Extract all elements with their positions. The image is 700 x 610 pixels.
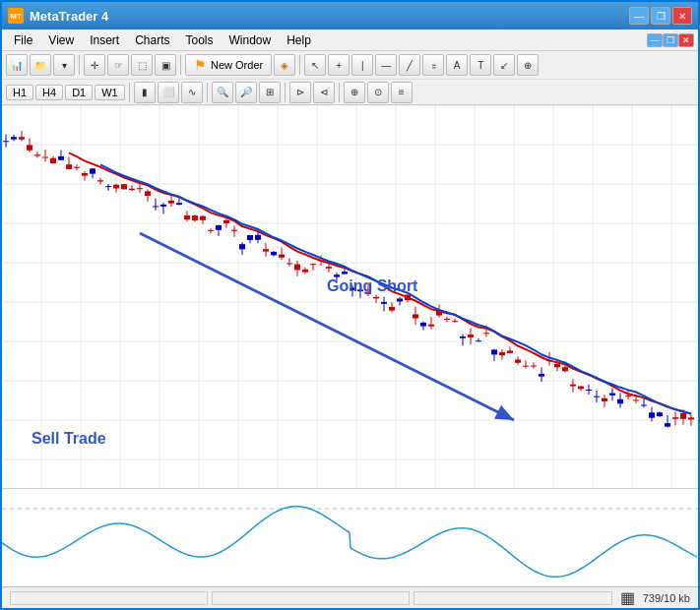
menu-help[interactable]: Help: [279, 31, 319, 49]
menu-file[interactable]: File: [6, 31, 40, 49]
period-h4[interactable]: H4: [35, 85, 63, 100]
menubar: File View Insert Charts Tools Window Hel…: [2, 30, 698, 51]
sell-trade-label: Sell Trade: [32, 430, 106, 448]
crosshair-button[interactable]: ✛: [84, 54, 105, 76]
titlebar: MT MetaTrader 4 — ❐ ✕: [2, 2, 698, 30]
menu-charts[interactable]: Charts: [127, 31, 177, 49]
main-toolbar: 📊 📁 ▾ ✛ ☞ ⬚ ▣ ⚑ New Order ◈ ↖ + | — ╱ ⩷ …: [2, 51, 698, 79]
order-icon[interactable]: ◈: [274, 54, 295, 76]
period-d1[interactable]: D1: [65, 85, 93, 100]
inner-minimize-button[interactable]: —: [629, 7, 649, 25]
separator-3: [299, 55, 300, 75]
inner-restore-button[interactable]: ❐: [651, 7, 670, 25]
window-close-button[interactable]: ✕: [678, 33, 694, 47]
open-button[interactable]: 📁: [30, 54, 51, 76]
arrow-tool[interactable]: ↖: [304, 54, 326, 76]
period-sep2: [207, 83, 208, 102]
period-w1[interactable]: W1: [95, 85, 125, 100]
hand-button[interactable]: ☞: [107, 54, 129, 76]
dropdown-btn[interactable]: ▾: [53, 54, 75, 76]
period-sep3: [285, 83, 286, 102]
period-sep: [129, 83, 130, 102]
titlebar-controls: — ❐ ✕: [629, 7, 692, 25]
menu-window[interactable]: Window: [222, 31, 280, 49]
period-sep4: [339, 83, 340, 102]
new-order-button[interactable]: ⚑ New Order: [185, 54, 272, 76]
indicator-btn[interactable]: ⊕: [344, 82, 365, 103]
separator-1: [79, 55, 80, 75]
clock-btn[interactable]: ⊙: [367, 82, 389, 103]
arrow2-tool[interactable]: ↙: [493, 54, 515, 76]
menu-tools[interactable]: Tools: [178, 31, 222, 49]
bar-chart-btn[interactable]: ▮: [134, 82, 156, 103]
sub-chart-canvas: [2, 489, 698, 586]
label-tool[interactable]: T: [470, 54, 491, 76]
chart-area: Going Short Sell Trade: [2, 105, 698, 586]
window-minimize-button[interactable]: —: [647, 33, 663, 47]
zoom-in-btn[interactable]: 🔍: [212, 82, 233, 103]
window-title: MetaTrader 4: [30, 9, 108, 24]
separator-2: [180, 55, 181, 75]
bar-icon: ▦: [620, 588, 635, 607]
new-chart-button[interactable]: 📊: [6, 54, 28, 76]
main-window: MT MetaTrader 4 — ❐ ✕ File View Insert C…: [0, 0, 700, 610]
template-btn[interactable]: ≡: [391, 82, 413, 103]
menu-view[interactable]: View: [40, 31, 82, 49]
inner-close-button[interactable]: ✕: [672, 7, 692, 25]
diag-tool[interactable]: ╱: [399, 54, 420, 76]
statusbar: ▦ 739/10 kb: [2, 586, 698, 608]
period-sep-button[interactable]: ▣: [155, 54, 176, 76]
candle-btn[interactable]: ⬜: [158, 82, 179, 103]
toolbar-container: 📊 📁 ▾ ✛ ☞ ⬚ ▣ ⚑ New Order ◈ ↖ + | — ╱ ⩷ …: [2, 51, 698, 105]
line-tool[interactable]: |: [351, 54, 373, 76]
fibo-tool[interactable]: ⩷: [422, 54, 444, 76]
stats-text: 739/10 kb: [643, 592, 690, 604]
menu-insert[interactable]: Insert: [82, 31, 127, 49]
app-icon: MT: [8, 8, 24, 24]
period-h1[interactable]: H1: [6, 85, 33, 100]
grid-btn[interactable]: ⊞: [259, 82, 281, 103]
titlebar-left: MT MetaTrader 4: [8, 8, 108, 24]
text-tool[interactable]: A: [446, 54, 468, 76]
hline-tool[interactable]: —: [375, 54, 397, 76]
window-restore-button[interactable]: ❐: [663, 33, 678, 47]
going-short-label: Going Short: [327, 277, 417, 295]
chart-sub: [2, 488, 698, 586]
chart-main[interactable]: Going Short Sell Trade: [2, 105, 698, 488]
scroll-right-btn[interactable]: ⊳: [289, 82, 311, 103]
new-order-label: New Order: [211, 59, 263, 71]
crosshair2-tool[interactable]: +: [328, 54, 350, 76]
zoom-button[interactable]: ⬚: [131, 54, 153, 76]
misc-tool[interactable]: ⊕: [517, 54, 539, 76]
period-toolbar: H1 H4 D1 W1 ▮ ⬜ ∿ 🔍 🔎 ⊞ ⊳ ⊲ ⊕ ⊙ ≡: [2, 79, 698, 104]
line-chart-btn[interactable]: ∿: [181, 82, 203, 103]
main-chart-canvas: [2, 105, 698, 488]
scroll-auto-btn[interactable]: ⊲: [313, 82, 335, 103]
zoom-out-btn[interactable]: 🔎: [235, 82, 257, 103]
